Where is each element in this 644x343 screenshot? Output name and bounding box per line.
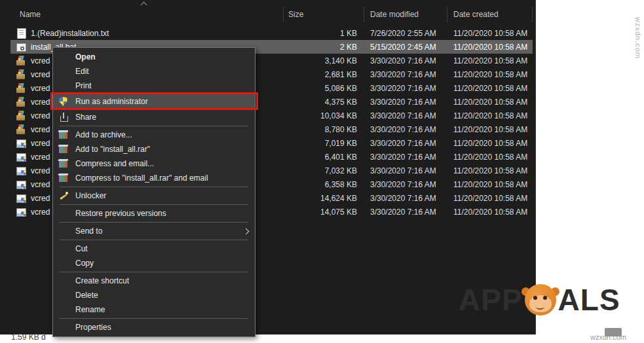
menu-item-label: Cut (75, 244, 88, 253)
file-date-modified: 3/30/2020 7:16 AM (364, 194, 447, 203)
winrar-icon (58, 173, 69, 183)
menu-item[interactable]: Copy (53, 256, 255, 270)
menu-item-label: Open (75, 52, 96, 62)
menu-item[interactable]: Add to "install_all.rar" (53, 142, 255, 156)
file-name: 1.(Read)installation.txt (31, 29, 109, 38)
menu-separator (60, 204, 248, 205)
brand-text-right: ALS (558, 285, 620, 315)
file-name: vcred (31, 194, 50, 203)
file-size: 8,780 KB (284, 125, 364, 134)
file-name-cell: 1.(Read)installation.txt (0, 28, 284, 39)
file-row[interactable]: 1.(Read)installation.txt 1 KB 7/26/2020 … (0, 26, 533, 40)
file-size: 14,624 KB (284, 194, 364, 203)
winrar-icon (58, 130, 69, 140)
installer-package-icon (16, 56, 26, 66)
menu-item[interactable]: Restore previous versions (53, 206, 255, 221)
menu-item-label: Properties (75, 323, 111, 332)
file-date-modified: 3/30/2020 7:16 AM (364, 98, 447, 107)
sort-ascending-icon[interactable] (140, 1, 147, 7)
file-name: vcred (31, 111, 50, 120)
setup-exe-icon (16, 152, 26, 162)
installer-package-icon (16, 69, 26, 80)
file-date-created: 11/20/2020 10:58 AM (447, 208, 533, 217)
file-date-created: 11/20/2020 10:58 AM (447, 180, 533, 189)
menu-item[interactable]: Edit (53, 64, 255, 79)
column-header-date-modified[interactable]: Date modified (364, 7, 447, 22)
file-date-modified: 3/30/2020 7:16 AM (364, 70, 447, 79)
menu-item[interactable]: Unlocker (53, 189, 255, 203)
menu-item[interactable]: Compress to "install_all.rar" and email (53, 171, 255, 185)
menu-item[interactable]: Open (53, 50, 255, 64)
setup-exe-icon (16, 166, 26, 176)
icon-slot (58, 81, 69, 91)
menu-item[interactable]: Delete (53, 288, 255, 302)
file-date-modified: 3/30/2020 7:16 AM (364, 125, 447, 134)
brand-text-left: APP (459, 285, 523, 315)
menu-item-label: Compress and email... (75, 159, 154, 168)
menu-item[interactable]: Properties (53, 320, 255, 334)
menu-item-label: Print (75, 81, 92, 90)
menu-item[interactable]: Add to archive... (53, 128, 255, 142)
file-size: 4,375 KB (284, 98, 364, 107)
icon-slot (58, 66, 69, 77)
menu-item[interactable]: Rename (53, 302, 255, 317)
file-date-created: 11/20/2020 10:58 AM (447, 111, 533, 120)
installer-package-icon (16, 111, 26, 121)
file-size: 5,086 KB (284, 84, 364, 93)
setup-exe-icon (16, 193, 26, 204)
file-date-created: 11/20/2020 10:58 AM (447, 56, 533, 65)
site-watermark-bottom: wzxdn.com (590, 333, 626, 341)
file-date-created: 11/20/2020 10:58 AM (447, 98, 533, 107)
menu-item-label: Delete (75, 291, 98, 300)
column-header-name[interactable]: Name (0, 7, 284, 22)
installer-package-icon (16, 83, 26, 94)
file-date-created: 11/20/2020 10:58 AM (447, 125, 533, 134)
menu-separator (60, 240, 248, 240)
column-header-size[interactable]: Size (284, 7, 364, 22)
column-headers: Name Size Date modified Date created (0, 7, 533, 22)
menu-item-label: Compress to "install_all.rar" and email (75, 173, 208, 183)
icon-slot (58, 208, 69, 219)
text-file-icon (16, 28, 26, 39)
icon-slot (58, 226, 69, 236)
menu-item[interactable]: Compress and email... (53, 156, 255, 171)
file-size: 1 KB (284, 29, 364, 38)
winrar-icon (58, 158, 69, 169)
file-date-created: 11/20/2020 10:58 AM (447, 166, 533, 175)
submenu-arrow-icon (244, 229, 248, 234)
file-size: 14,075 KB (284, 208, 364, 217)
winrar-icon (58, 144, 69, 154)
icon-slot (58, 276, 69, 286)
file-date-created: 11/20/2020 10:58 AM (447, 194, 533, 203)
file-date-modified: 3/30/2020 7:16 AM (364, 84, 447, 93)
setup-exe-icon (16, 207, 26, 217)
file-size: 2,681 KB (284, 70, 364, 79)
file-date-modified: 7/26/2020 2:55 AM (364, 29, 447, 38)
file-size: 3,140 KB (284, 56, 364, 65)
file-name: vcred (31, 153, 50, 162)
file-size: 6,358 KB (284, 180, 364, 189)
file-date-created: 11/20/2020 10:58 AM (447, 43, 533, 52)
menu-item[interactable]: Create shortcut (53, 274, 255, 288)
file-date-modified: 3/30/2020 7:16 AM (364, 180, 447, 189)
file-date-modified: 3/30/2020 7:16 AM (364, 56, 447, 65)
menu-item[interactable]: Cut (53, 242, 255, 256)
menu-item[interactable]: Print (53, 79, 255, 93)
file-date-modified: 3/30/2020 7:16 AM (364, 208, 447, 217)
menu-item[interactable]: Share (53, 110, 255, 124)
menu-separator (60, 222, 248, 223)
file-date-modified: 3/30/2020 7:16 AM (364, 139, 447, 148)
file-size: 7,019 KB (284, 139, 364, 148)
wand-icon (58, 190, 69, 201)
share-icon (58, 112, 69, 122)
icon-slot (58, 322, 69, 333)
menu-item-label: Share (75, 113, 96, 122)
file-date-created: 11/20/2020 10:58 AM (447, 84, 533, 93)
menu-item-label: Create shortcut (75, 276, 129, 285)
file-name: vcred (31, 139, 50, 148)
file-size: 7,032 KB (284, 166, 364, 175)
file-date-created: 11/20/2020 10:58 AM (447, 70, 533, 79)
menu-item-label: Rename (75, 305, 105, 314)
menu-item[interactable]: Send to (53, 224, 255, 238)
column-header-date-created[interactable]: Date created (447, 7, 533, 22)
